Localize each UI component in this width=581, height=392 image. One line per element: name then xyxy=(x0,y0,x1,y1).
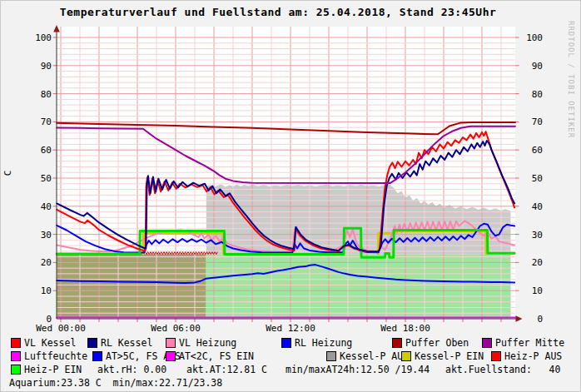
legend-label: Kessel-P EIN xyxy=(415,351,484,361)
x-tick-label: Wed 18:00 xyxy=(380,323,430,334)
legend-swatch-icon xyxy=(11,365,21,375)
legend-label: Puffer Oben xyxy=(405,338,469,348)
x-axis-arrow-icon xyxy=(516,315,523,322)
legend-swatch-icon xyxy=(482,338,492,348)
x-tick-label: Wed 12:00 xyxy=(266,323,315,334)
legend-aquarium-stat: Aquarium:23.38 C min/max:22.71/23.38 xyxy=(9,378,222,388)
y-tick-label-right: 40 xyxy=(532,201,543,212)
legend-stat-3: akt.Fuellstand: 40 xyxy=(445,365,560,375)
kessel-p-aus-night-area xyxy=(57,254,206,317)
legend-label: Heiz-P EIN xyxy=(24,365,82,375)
y-tick-label-left: 60 xyxy=(41,145,52,156)
y-tick-label-left: 40 xyxy=(41,201,52,212)
x-tick-label: Wed 00:00 xyxy=(36,323,86,334)
y-tick-label-right: 80 xyxy=(532,89,543,100)
chart-canvas: 0010102020303040405050606070708080909010… xyxy=(1,1,581,335)
y-tick-label-right: 70 xyxy=(532,117,543,127)
legend-swatch-icon xyxy=(166,351,176,361)
legend-swatch-icon xyxy=(92,351,102,361)
y-tick-label-right: 100 xyxy=(526,32,543,43)
y-tick-label-right: 10 xyxy=(532,285,543,296)
legend-swatch-icon xyxy=(491,351,501,361)
legend-swatch-icon xyxy=(166,338,176,348)
rrdtool-watermark: RRDTOOL / TOBI OETIKER xyxy=(567,21,575,138)
legend-label: VL Kessel xyxy=(24,338,76,348)
legend-swatch-icon xyxy=(87,338,97,348)
legend-swatch-icon xyxy=(11,351,21,361)
legend-label: Kessel-P AUS xyxy=(340,351,409,361)
legend-label: Heiz-P AUS xyxy=(504,351,562,361)
y-tick-label-left: 70 xyxy=(41,117,52,127)
legend-swatch-icon xyxy=(11,338,21,348)
legend-stat-0: akt.rH: 0.00 xyxy=(97,365,166,375)
y-axis-unit-label: C xyxy=(2,171,13,176)
y-tick-label-right: 60 xyxy=(532,145,543,156)
legend-swatch-icon xyxy=(281,338,291,348)
legend-swatch-icon xyxy=(392,338,402,348)
legend-label: VL Heizung xyxy=(179,338,236,348)
y-tick-label-left: 80 xyxy=(41,89,52,100)
y-tick-label-left: 90 xyxy=(41,61,52,72)
legend-label: AT<2C, FS EIN xyxy=(179,351,254,361)
legend-stat-2: min/maxAT24h:12.50 /19.44 xyxy=(286,365,430,375)
y-tick-label-right: 30 xyxy=(532,230,543,241)
legend-stat-1: akt.AT:12.81 C xyxy=(186,365,267,375)
y-tick-label-left: 50 xyxy=(41,173,52,184)
y-tick-label-right: 50 xyxy=(532,173,543,184)
legend-label: RL Kessel xyxy=(101,338,152,348)
legend-label: Luftfeuchte xyxy=(24,351,87,361)
y-tick-label-left: 20 xyxy=(41,257,52,268)
y-tick-label-right: 90 xyxy=(532,61,543,72)
legend-swatch-icon xyxy=(326,351,336,361)
x-tick-label: Wed 06:00 xyxy=(151,323,201,334)
y-tick-label-right: 20 xyxy=(532,257,543,268)
legend-swatch-icon xyxy=(401,351,411,361)
rrdtool-graph: Temperaturverlauf und Fuellstand am: 25.… xyxy=(0,0,581,392)
y-tick-label-right: 0 xyxy=(537,314,543,325)
legend-label: RL Heizung xyxy=(295,338,352,348)
legend-label: Puffer Mitte xyxy=(495,338,564,348)
y-tick-label-left: 100 xyxy=(35,32,52,43)
y-tick-label-left: 30 xyxy=(41,230,52,241)
y-tick-label-left: 10 xyxy=(41,285,52,296)
